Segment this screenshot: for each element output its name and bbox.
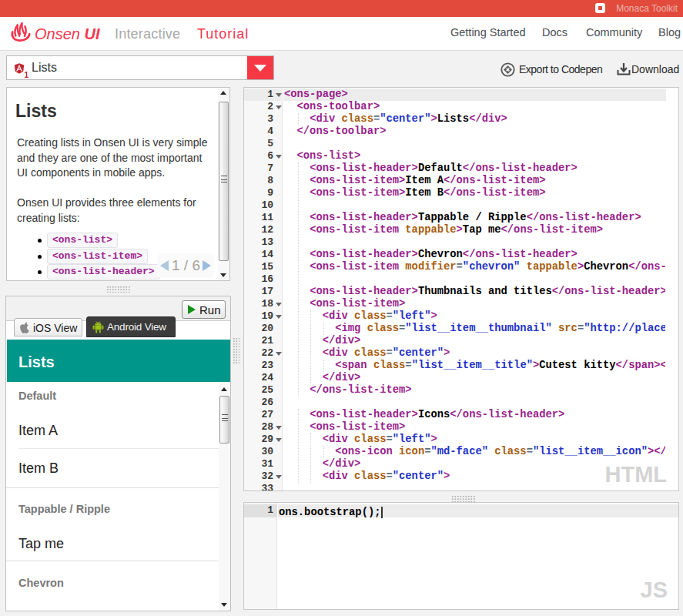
svg-text:1: 1 [25, 71, 29, 79]
